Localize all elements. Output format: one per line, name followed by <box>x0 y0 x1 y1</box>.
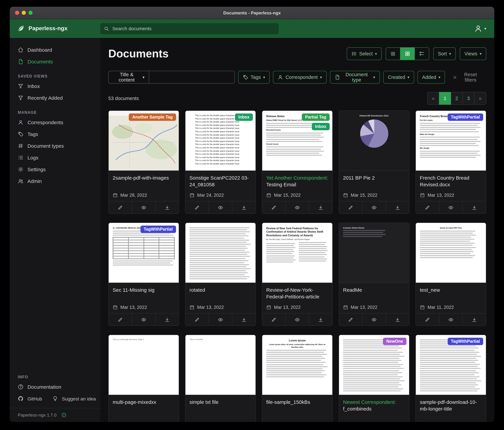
document-card[interactable]: 11. CONTINUING MEDICAL EDUCA TagWithPart… <box>108 223 179 326</box>
pagination-page-3[interactable]: 3 <box>462 92 475 105</box>
document-thumbnail[interactable]: TagWithPartial <box>416 335 486 395</box>
document-thumbnail[interactable]: NewOne <box>339 335 409 395</box>
view-document-button[interactable] <box>362 314 386 326</box>
document-title[interactable]: test_new <box>420 287 482 294</box>
document-thumbnail[interactable]: French Country BreadFor the Levain:Make … <box>416 111 486 171</box>
pagination-next-button[interactable]: » <box>474 92 486 105</box>
download-document-button[interactable] <box>386 201 409 214</box>
edit-document-button[interactable] <box>262 314 285 326</box>
document-thumbnail[interactable]: Release NotesSimba ODBC Driver for SQL S… <box>262 111 332 171</box>
document-thumbnail[interactable]: This is a test for the double space char… <box>185 111 255 171</box>
document-card[interactable]: Lorem ipsumLorem ipsum dolor sit amet, c… <box>262 335 333 422</box>
document-card[interactable]: TagWithPartial sample-pdf-download-10-mb… <box>415 335 486 422</box>
tag-badge[interactable]: Partial Tag <box>302 113 330 121</box>
tag-badge[interactable]: TagWithPartial <box>140 225 176 233</box>
tag-badge[interactable]: NewOne <box>383 338 406 345</box>
download-document-button[interactable] <box>386 314 409 326</box>
download-document-button[interactable] <box>309 314 332 326</box>
view-document-button[interactable] <box>362 201 386 214</box>
view-document-button[interactable] <box>132 314 155 326</box>
document-thumbnail[interactable]: Adobe Acrobat PDF Files <box>416 223 486 283</box>
edit-document-button[interactable] <box>262 201 285 214</box>
user-menu[interactable]: ▾ <box>474 25 494 33</box>
document-title[interactable]: Sec 11-Missing sig <box>113 287 175 294</box>
document-title[interactable]: sample-pdf-download-10-mb-longer-title <box>420 399 482 412</box>
document-card[interactable]: This is a multi page document. Page 1. m… <box>108 335 179 422</box>
correspondent-filter-button[interactable]: Correspondent ▾ <box>273 71 327 84</box>
document-card[interactable]: This is a test for the double space char… <box>185 111 256 214</box>
tag-badge[interactable]: Inbox <box>235 113 253 121</box>
document-thumbnail[interactable]: Patient BP Distribution 2011 <box>339 111 409 171</box>
view-document-button[interactable] <box>285 314 309 326</box>
sidebar-item-settings[interactable]: Settings <box>10 163 100 175</box>
view-document-button[interactable] <box>285 201 309 214</box>
download-document-button[interactable] <box>155 314 179 326</box>
reset-filters-button[interactable]: Reset filters <box>449 71 486 84</box>
document-card[interactable]: Contact Sheet Demo ReadMe Mar 13, 2022 <box>339 223 409 326</box>
download-document-button[interactable] <box>232 201 255 214</box>
tag-badge[interactable]: TagWithPartial <box>448 338 483 345</box>
document-card[interactable]: Another Sample Tag 2sample-pdf-with-imag… <box>108 111 179 214</box>
document-title[interactable]: multi-page-mixedxx <box>113 399 175 406</box>
pagination-page-1[interactable]: 1 <box>439 92 451 105</box>
tags-filter-button[interactable]: Tags ▾ <box>238 71 270 84</box>
pagination-page-2[interactable]: 2 <box>451 92 463 105</box>
document-thumbnail[interactable]: Another Sample Tag <box>109 111 179 171</box>
sidebar-item-admin[interactable]: Admin <box>10 175 100 187</box>
edit-document-button[interactable] <box>339 201 362 214</box>
view-document-button[interactable] <box>208 314 232 326</box>
document-title[interactable]: French Country Bread Revised.docx <box>420 175 482 188</box>
edit-document-button[interactable] <box>339 314 362 326</box>
sidebar-item-logs[interactable]: Logs <box>10 152 100 163</box>
tag-badge[interactable]: Inbox <box>312 123 330 130</box>
view-document-button[interactable] <box>132 201 155 214</box>
sidebar-item-suggest-idea[interactable]: Suggest an idea <box>44 393 98 404</box>
edit-document-button[interactable] <box>109 201 132 214</box>
document-title[interactable]: file-sample_150kBs <box>266 399 328 406</box>
view-document-button[interactable] <box>439 201 462 214</box>
document-type-filter-button[interactable]: Document type ▾ <box>330 71 380 84</box>
download-document-button[interactable] <box>155 201 179 214</box>
document-thumbnail[interactable]: 11. CONTINUING MEDICAL EDUCA TagWithPart… <box>109 223 179 283</box>
document-title[interactable]: 2011 BP Pie 2 <box>343 175 405 181</box>
document-card[interactable]: Patient BP Distribution 2011 2011 BP Pie… <box>339 111 409 214</box>
sidebar-item-correspondents[interactable]: Correspondents <box>10 116 100 128</box>
sidebar-item-inbox[interactable]: Inbox <box>10 80 100 92</box>
document-thumbnail[interactable]: Contact Sheet Demo <box>339 223 409 283</box>
sidebar-item-documents[interactable]: Documents <box>10 56 100 67</box>
document-thumbnail[interactable]: Lorem ipsumLorem ipsum dolor sit amet, c… <box>262 335 332 395</box>
document-thumbnail[interactable] <box>185 223 255 283</box>
edit-document-button[interactable] <box>109 314 132 326</box>
document-title[interactable]: Newest Correspondent: f_combineds <box>343 399 405 412</box>
sidebar-item-document-types[interactable]: Document types <box>10 140 100 152</box>
title-content-dropdown[interactable]: Title & content ▾ <box>108 71 149 84</box>
document-title[interactable]: Review-of-New-York-Federal-Petitions-art… <box>266 287 328 300</box>
title-content-search-input[interactable] <box>149 71 235 84</box>
views-button[interactable]: Views ▾ <box>460 47 486 60</box>
edit-document-button[interactable] <box>185 314 208 326</box>
sidebar-item-github[interactable]: GitHub <box>10 393 44 404</box>
document-card[interactable]: rotated Mar 13, 2022 <box>185 223 256 326</box>
info-icon[interactable] <box>61 412 66 418</box>
edit-document-button[interactable] <box>185 201 208 214</box>
edit-document-button[interactable] <box>416 201 439 214</box>
sidebar-item-tags[interactable]: Tags <box>10 128 100 140</box>
document-thumbnail[interactable]: This is a test file. <box>185 335 255 395</box>
document-title[interactable]: rotated <box>189 287 252 294</box>
document-thumbnail[interactable]: This is a multi page document. Page 1. <box>109 335 179 395</box>
document-card[interactable]: Review of New York Federal Petitions for… <box>262 223 333 326</box>
detail-view-button[interactable] <box>414 47 429 60</box>
document-title[interactable]: Yet Another Correspondent: Testing Email <box>266 175 328 188</box>
search-input[interactable] <box>112 26 275 32</box>
sidebar-item-dashboard[interactable]: Dashboard <box>10 44 100 56</box>
document-card[interactable]: This is a test file. simple txt file <box>185 335 256 422</box>
created-filter-button[interactable]: Created ▾ <box>383 71 414 84</box>
list-view-button[interactable] <box>386 47 400 60</box>
brand[interactable]: Paperless-ngx <box>10 25 100 33</box>
document-title[interactable]: simple txt file <box>189 399 252 406</box>
document-card[interactable]: French Country BreadFor the Levain:Make … <box>415 111 486 214</box>
download-document-button[interactable] <box>232 314 255 326</box>
document-correspondent[interactable]: Newest Correspondent: <box>343 399 396 405</box>
download-document-button[interactable] <box>309 201 332 214</box>
edit-document-button[interactable] <box>416 314 439 326</box>
